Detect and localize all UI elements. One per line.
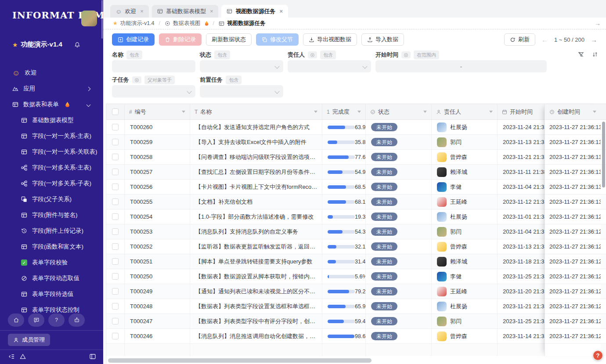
scroll-right-icon[interactable]: →	[595, 20, 601, 27]
row-checkbox[interactable]	[112, 184, 119, 190]
export-view-data-button[interactable]: 导出视图数据	[303, 33, 357, 46]
column-menu-icon[interactable]	[182, 111, 185, 113]
tab-view-datasource-tasks[interactable]: 视图数据源任务 ×	[221, 5, 288, 18]
row-checkbox[interactable]	[112, 169, 119, 175]
header-id[interactable]: #编号	[125, 104, 190, 119]
row-checkbox[interactable]	[112, 213, 119, 220]
row-checkbox[interactable]	[112, 303, 119, 310]
close-icon[interactable]: ×	[210, 8, 213, 14]
sidebar-item-field-attachment-sign[interactable]: 字段(附件与签名)	[0, 207, 103, 223]
sort-icon[interactable]	[592, 51, 598, 58]
close-icon[interactable]: ×	[279, 8, 283, 14]
next-page-icon[interactable]: →	[591, 36, 597, 43]
feedback-button[interactable]	[28, 314, 44, 327]
sidebar-item-field-function-richtext[interactable]: 字段(函数和富文本)	[0, 239, 103, 255]
header-owner[interactable]: 责任人	[432, 104, 498, 119]
delete-record-button[interactable]: 删除记录	[159, 33, 202, 46]
prev-page-icon[interactable]: ←	[541, 36, 548, 43]
name-filter-input[interactable]	[112, 60, 195, 72]
table-row[interactable]: T000256 【卡片视图】卡片视图上下文中没有formReco… 68.5% …	[106, 180, 606, 195]
subtask-filter-select[interactable]	[112, 85, 195, 97]
table-row[interactable]: T000253 【消息队列】支持消息队列的自定义事务 54.3% 未开始 郭闫 …	[106, 224, 606, 239]
row-checkbox[interactable]	[112, 333, 119, 339]
header-name[interactable]: T名称	[190, 104, 322, 119]
header-status[interactable]: 状态	[366, 104, 432, 119]
status-filter-select[interactable]	[200, 60, 283, 72]
sidebar-item-form-field-dynamic[interactable]: 表单字段动态取值	[0, 270, 103, 286]
table-row[interactable]: T000259 【导入】支持去读取Excel文件中插入的附件 35.8% 未开始…	[106, 135, 606, 150]
sidebar-item-field-upload-record[interactable]: 字段(附件上传记录)	[0, 223, 103, 239]
sidebar-item-tables-forms[interactable]: 数据表和表单	[0, 97, 103, 112]
modify-parent-button[interactable]: 修改父节	[256, 33, 299, 46]
help-fab-button[interactable]: ?	[593, 350, 603, 360]
row-checkbox[interactable]	[112, 318, 119, 324]
sidebar-scrollbar[interactable]	[101, 0, 103, 39]
column-menu-icon[interactable]	[314, 111, 317, 113]
select-all-checkbox[interactable]	[112, 108, 119, 115]
start-time-range-input[interactable]: -	[375, 60, 547, 72]
table-row[interactable]: T000254 【1.0-字段】部分函数方法描述准确，需要修改 19.3% 未开…	[106, 209, 606, 224]
column-menu-icon[interactable]	[357, 111, 361, 113]
row-checkbox[interactable]	[112, 228, 119, 235]
table-row[interactable]: T000246 【消息队列】消息推送调用自动化创建数据，… 98.6% 未开始 …	[106, 329, 606, 344]
sidebar-item-welcome[interactable]: ☺ 欢迎	[0, 65, 103, 81]
release-notes-icon[interactable]	[19, 353, 26, 362]
row-checkbox[interactable]	[112, 154, 119, 160]
breadcrumb-view-group[interactable]: 数据表视图	[165, 20, 209, 27]
vertical-scrollbar[interactable]	[602, 122, 605, 187]
row-checkbox[interactable]	[112, 258, 119, 265]
tab-welcome[interactable]: ☺ 欢迎 ×	[110, 5, 149, 18]
menu-fold-icon[interactable]	[8, 353, 15, 362]
table-row[interactable]: T000248 【数据表】列表类型字段设置复选框和单选框… 65.9% 未开始 …	[106, 299, 606, 314]
row-checkbox[interactable]	[112, 198, 119, 205]
import-data-button[interactable]: 导入数据	[361, 33, 404, 46]
sidebar-item-form-field-options[interactable]: 表单字段待选值	[0, 286, 103, 302]
refresh-button[interactable]: 刷新	[504, 33, 535, 46]
collapse-sidebar-icon[interactable]	[89, 353, 96, 362]
close-icon[interactable]: ×	[140, 8, 144, 14]
table-row[interactable]: T000251 【脚本】单点登录跳转链接需要支持query参数 31.4% 未开…	[106, 254, 606, 269]
workspace-avatar[interactable]	[81, 11, 97, 26]
sidebar-item-form-field-validate[interactable]: ✓ 表单字段校验	[0, 255, 103, 270]
member-manage-button[interactable]: 成员管理	[8, 334, 50, 346]
sidebar-item-field-1to1-main[interactable]: 字段(一对一关系-主表)	[0, 128, 103, 144]
table-row[interactable]: T000260 【自动化】发送通知支持选定用户角色的方式 63.9% 未开始 杜…	[106, 120, 606, 135]
table-row[interactable]: T000252 【监听器】数据表更新监听触发监听器，返回… 32.1% 未开始 …	[106, 239, 606, 254]
clear-filter-icon[interactable]	[578, 51, 584, 58]
create-record-button[interactable]: 创建记录	[112, 33, 155, 46]
horizontal-scrollbar-thumb[interactable]	[108, 358, 372, 363]
refresh-data-status-button[interactable]: 刷新数据状态	[206, 33, 252, 46]
sidebar-item-base-table-model[interactable]: 基础数据表模型	[0, 112, 103, 128]
column-menu-icon[interactable]	[593, 111, 596, 113]
sidebar-item-apps[interactable]: 应用	[0, 81, 103, 97]
column-menu-icon[interactable]	[489, 111, 493, 113]
owner-filter-select[interactable]	[288, 60, 371, 72]
pretask-filter-select[interactable]	[200, 85, 283, 97]
help-button[interactable]: ?	[48, 314, 65, 327]
header-progress[interactable]: 1完成度	[322, 104, 366, 119]
sidebar-item-field-1to1-related[interactable]: 字段(一对一关系-关联表)	[0, 144, 103, 160]
tab-base-table-model[interactable]: 基础数据表模型 ×	[152, 5, 219, 18]
row-checkbox[interactable]	[112, 124, 119, 130]
breadcrumb-workspace[interactable]: ★ 功能演示-v1.4	[113, 20, 155, 27]
horizontal-scrollbar[interactable]	[108, 358, 600, 363]
sidebar-item-field-parent-child[interactable]: 字段(父子关系)	[0, 191, 103, 207]
header-created-time[interactable]: 创建时间	[545, 104, 601, 120]
sidebar-item-field-1tomany-sub[interactable]: 字段(一对多关系-子表)	[0, 176, 103, 191]
home-button[interactable]	[8, 314, 24, 327]
row-checkbox[interactable]	[112, 243, 119, 250]
row-checkbox[interactable]	[112, 288, 119, 295]
table-row[interactable]: T000257 【查找汇总】左侧设置日期字段的月份等条件… 54.9% 未开始 …	[106, 165, 606, 180]
row-checkbox[interactable]	[112, 139, 119, 145]
table-row[interactable]: T000258 【问卷调查】移动端访问级联字段设置的选项… 77.6% 未开始 …	[106, 150, 606, 165]
bell-icon[interactable]	[74, 42, 80, 50]
table-row[interactable]: T000247 【数据表】列表类型字段中有评分字段时，创… 59.4% 未开始 …	[106, 314, 606, 329]
robot-button[interactable]	[69, 314, 85, 327]
table-row[interactable]: T000255 【文档】补充信创文档 68.1% 未开始 王延峰 2023-11…	[106, 195, 606, 209]
sidebar-item-field-1tomany-main[interactable]: 字段(一对多关系-主表)	[0, 160, 103, 176]
sidebar-item-form-field-state[interactable]: 表单字段状态控制	[0, 302, 103, 314]
table-row[interactable]: T000250 【数据表】数据源设置从脚本获取时，报错内… 5.6% 未开始 李…	[106, 269, 606, 284]
row-checkbox[interactable]	[112, 273, 119, 280]
column-menu-icon[interactable]	[423, 111, 427, 113]
workspace-name[interactable]: ★ 功能演示-v1.4	[12, 40, 62, 49]
